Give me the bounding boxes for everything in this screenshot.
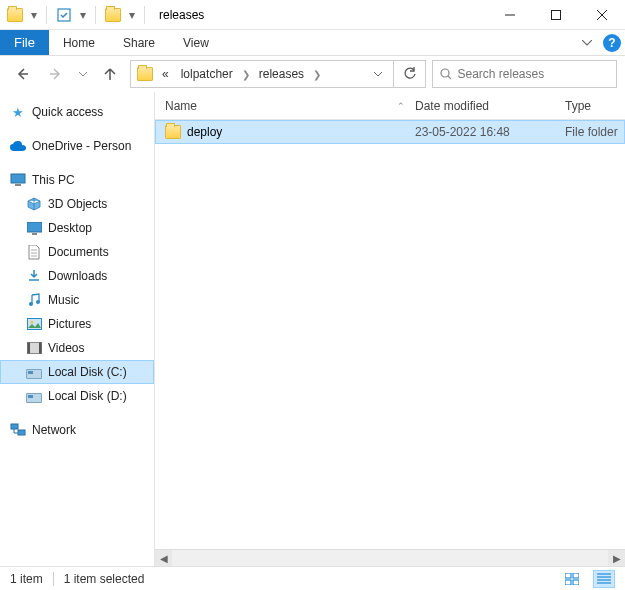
search-icon: [439, 67, 451, 81]
column-header-date[interactable]: Date modified: [415, 99, 565, 113]
maximize-button[interactable]: [533, 0, 579, 30]
crumb-prefix[interactable]: «: [157, 67, 174, 81]
crumb-releases[interactable]: releases: [254, 67, 309, 81]
folder-icon-qat[interactable]: [102, 4, 124, 26]
svg-point-7: [441, 69, 449, 77]
ribbon-expand-icon[interactable]: [575, 30, 599, 55]
file-tab[interactable]: File: [0, 30, 49, 55]
properties-icon[interactable]: [53, 4, 75, 26]
search-input[interactable]: [457, 67, 610, 81]
qat-chevron[interactable]: ▾: [126, 4, 138, 26]
window-title: releases: [153, 8, 487, 22]
svg-rect-9: [11, 174, 25, 183]
sidebar-item-label: Documents: [48, 245, 109, 259]
network-icon: [10, 422, 26, 438]
sidebar-item-this-pc[interactable]: This PC: [0, 168, 154, 192]
view-thumbnails-button[interactable]: [561, 570, 583, 588]
star-icon: ★: [10, 104, 26, 120]
view-tab[interactable]: View: [169, 30, 223, 55]
pc-icon: [10, 172, 26, 188]
scroll-right-icon[interactable]: ▶: [608, 550, 625, 567]
sort-indicator-icon: ⌃: [397, 101, 405, 111]
sidebar-item-label: Videos: [48, 341, 84, 355]
svg-rect-23: [27, 343, 30, 354]
file-name: deploy: [187, 125, 222, 139]
refresh-button[interactable]: [394, 60, 426, 88]
sidebar-item-3d-objects[interactable]: 3D Objects: [0, 192, 154, 216]
help-button[interactable]: ?: [599, 30, 625, 55]
crumb-sep-icon[interactable]: ❯: [240, 69, 252, 80]
search-box[interactable]: [432, 60, 617, 88]
navigation-pane: ★ Quick access OneDrive - Person This PC…: [0, 92, 155, 566]
picture-icon: [26, 316, 42, 332]
sidebar-item-documents[interactable]: Documents: [0, 240, 154, 264]
qat-dropdown-2[interactable]: ▾: [77, 4, 89, 26]
sidebar-item-label: Local Disk (D:): [48, 389, 127, 403]
svg-rect-29: [565, 573, 571, 578]
file-date: 23-05-2022 16:48: [415, 125, 565, 139]
quick-access-toolbar: ▾ ▾ ▾: [0, 4, 153, 26]
file-type: File folder: [565, 125, 624, 139]
column-headers: Name ⌃ Date modified Type: [155, 92, 625, 120]
folder-icon: [165, 124, 181, 140]
column-header-type[interactable]: Type: [565, 99, 625, 113]
svg-rect-12: [32, 233, 37, 235]
view-details-button[interactable]: [593, 570, 615, 588]
back-button[interactable]: [8, 60, 36, 88]
forward-button[interactable]: [42, 60, 70, 88]
app-icon[interactable]: [4, 4, 26, 26]
file-list[interactable]: deploy 23-05-2022 16:48 File folder: [155, 120, 625, 549]
sidebar-item-network[interactable]: Network: [0, 418, 154, 442]
recent-dropdown[interactable]: [76, 60, 90, 88]
svg-point-21: [30, 321, 33, 324]
address-dropdown-icon[interactable]: [367, 72, 389, 77]
sidebar-item-label: Music: [48, 293, 79, 307]
sidebar-item-label: Quick access: [32, 105, 103, 119]
horizontal-scrollbar[interactable]: ◀ ▶: [155, 549, 625, 566]
address-bar-row: « lolpatcher ❯ releases ❯: [0, 56, 625, 92]
sidebar-item-label: Local Disk (C:): [48, 365, 127, 379]
qat-dropdown[interactable]: ▾: [28, 4, 40, 26]
disk-icon: [26, 388, 42, 404]
help-icon: ?: [603, 34, 621, 52]
close-button[interactable]: [579, 0, 625, 30]
sidebar-item-label: Downloads: [48, 269, 107, 283]
home-tab[interactable]: Home: [49, 30, 109, 55]
sidebar-item-pictures[interactable]: Pictures: [0, 312, 154, 336]
ribbon-tabs: File Home Share View ?: [0, 30, 625, 56]
svg-rect-10: [15, 184, 21, 186]
sidebar-item-label: OneDrive - Person: [32, 139, 131, 153]
share-tab[interactable]: Share: [109, 30, 169, 55]
sidebar-item-downloads[interactable]: Downloads: [0, 264, 154, 288]
music-icon: [26, 292, 42, 308]
sidebar-item-local-disk-d[interactable]: Local Disk (D:): [0, 384, 154, 408]
cube-icon: [26, 196, 42, 212]
crumb-sep-icon-2[interactable]: ❯: [311, 69, 323, 80]
sidebar-item-local-disk-c[interactable]: Local Disk (C:): [0, 360, 154, 384]
sidebar-item-music[interactable]: Music: [0, 288, 154, 312]
svg-rect-30: [573, 573, 579, 578]
svg-rect-24: [39, 343, 42, 354]
scroll-left-icon[interactable]: ◀: [155, 550, 172, 567]
video-icon: [26, 340, 42, 356]
up-button[interactable]: [96, 60, 124, 88]
column-header-name[interactable]: Name ⌃: [165, 99, 415, 113]
svg-rect-2: [552, 10, 561, 19]
address-bar[interactable]: « lolpatcher ❯ releases ❯: [130, 60, 394, 88]
svg-rect-26: [18, 430, 25, 435]
sidebar-item-videos[interactable]: Videos: [0, 336, 154, 360]
svg-rect-32: [573, 580, 579, 585]
sidebar-item-label: Pictures: [48, 317, 91, 331]
crumb-lolpatcher[interactable]: lolpatcher: [176, 67, 238, 81]
file-row[interactable]: deploy 23-05-2022 16:48 File folder: [155, 120, 625, 144]
svg-line-8: [448, 76, 451, 80]
status-item-count: 1 item: [10, 572, 43, 586]
sidebar-item-quick-access[interactable]: ★ Quick access: [0, 100, 154, 124]
desktop-icon: [26, 220, 42, 236]
sidebar-item-desktop[interactable]: Desktop: [0, 216, 154, 240]
title-bar: ▾ ▾ ▾ releases: [0, 0, 625, 30]
minimize-button[interactable]: [487, 0, 533, 30]
sidebar-item-onedrive[interactable]: OneDrive - Person: [0, 134, 154, 158]
content-pane: Name ⌃ Date modified Type deploy 23-05-2…: [155, 92, 625, 566]
disk-icon: [26, 364, 42, 380]
